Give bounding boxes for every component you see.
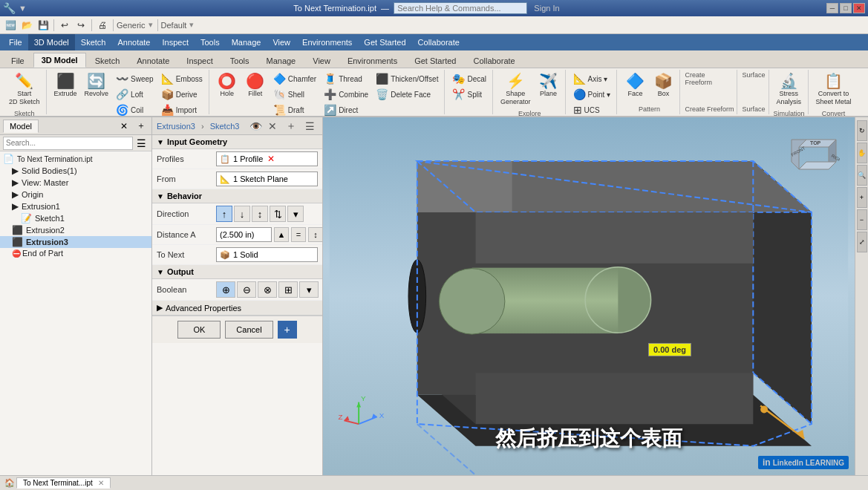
close-button[interactable]: ✕ — [853, 3, 865, 13]
menu-collaborate[interactable]: Collaborate — [412, 34, 466, 50]
sign-in-button[interactable]: Sign In — [534, 4, 559, 13]
save-button[interactable]: 💾 — [36, 18, 50, 33]
open-button[interactable]: 📂 — [19, 18, 34, 33]
menu-3dmodel[interactable]: 3D Model — [28, 34, 75, 50]
draft-button[interactable]: 📜Draft — [270, 102, 319, 116]
axis-button[interactable]: 📐Axis ▾ — [570, 71, 614, 86]
hole-button[interactable]: ⭕ Hole — [214, 71, 241, 100]
sweep-button[interactable]: 〰️Sweep — [113, 71, 157, 86]
convert-sheet-metal-button[interactable]: 📋 Convert toSheet Metal — [813, 71, 855, 108]
tab-3dmodel[interactable]: 3D Model — [33, 53, 86, 68]
3d-viewport[interactable]: X Y Z 0.00 deg TOP FRONT RI — [323, 117, 855, 475]
tree-settings-icon[interactable]: ☰ — [134, 137, 149, 149]
tab-model[interactable]: Model — [3, 120, 39, 133]
tab-environments[interactable]: Environments — [339, 53, 405, 68]
tree-item-extrusion2[interactable]: ⬛ Extrusion2 — [0, 224, 151, 236]
chamfer-button[interactable]: 🔷Chamfer — [270, 71, 319, 86]
home-button[interactable]: 🏠 — [4, 478, 15, 488]
fillet-button[interactable]: 🔴 Fillet — [242, 71, 269, 100]
print-button[interactable]: 🖨 — [95, 18, 110, 33]
tree-search-input[interactable] — [3, 137, 133, 150]
tab-manage[interactable]: Manage — [258, 53, 304, 68]
direction-btn-4[interactable]: ⇅ — [270, 206, 286, 222]
tree-item-view-master[interactable]: ▶ View: Master — [0, 177, 151, 189]
deleteface-button[interactable]: 🗑️Delete Face — [373, 87, 441, 102]
model-panel-close[interactable]: ✕ — [116, 120, 132, 133]
start-2d-sketch-button[interactable]: ✏️ Start2D Sketch — [6, 71, 43, 108]
stress-analysis-button[interactable]: 🔬 StressAnalysis — [774, 71, 805, 108]
redo-button[interactable]: ↪ — [74, 18, 88, 33]
from-input[interactable]: 📐 1 Sketch Plane — [216, 172, 318, 186]
cancel-button[interactable]: Cancel — [225, 321, 273, 339]
tree-item-extrusion1[interactable]: ▶ Extrusion1 — [0, 200, 151, 212]
nav-pan-button[interactable]: ✋ — [857, 143, 867, 163]
tab-getstarted[interactable]: Get Started — [406, 53, 464, 68]
boolean-cut-button[interactable]: ⊖ — [237, 281, 256, 298]
menu-getstarted[interactable]: Get Started — [358, 34, 411, 50]
bottom-tab-close[interactable]: ✕ — [98, 479, 104, 487]
loft-button[interactable]: 🔗Loft — [113, 87, 157, 102]
derive-button[interactable]: 📦Derive — [158, 87, 206, 102]
boolean-join-button[interactable]: ⊕ — [216, 281, 235, 298]
nav-fit-button[interactable]: ⤢ — [857, 232, 867, 252]
direction-btn-2[interactable]: ↓ — [234, 206, 250, 222]
point-button[interactable]: 🔵Point ▾ — [570, 87, 614, 102]
minimize-button[interactable]: ─ — [826, 3, 838, 13]
add-feature-button[interactable]: + — [278, 321, 297, 339]
tab-inspect[interactable]: Inspect — [178, 53, 221, 68]
tree-item-file[interactable]: 📄 To Next Termination.ipt — [0, 153, 151, 165]
boolean-dropdown[interactable]: ▾ — [299, 281, 319, 298]
props-close-button[interactable]: ✕ — [265, 119, 280, 134]
model-panel-add[interactable]: ＋ — [134, 118, 149, 134]
decal-button[interactable]: 🎭Decal — [449, 71, 489, 86]
menu-file[interactable]: File — [3, 34, 28, 50]
shell-button[interactable]: 🐚Shell — [270, 87, 319, 102]
breadcrumb-extrusion3[interactable]: Extrusion3 — [157, 122, 195, 131]
split-button[interactable]: ✂️Split — [449, 87, 489, 102]
profiles-clear-button[interactable]: ✕ — [267, 154, 275, 164]
menu-manage[interactable]: Manage — [226, 34, 267, 50]
revolve-button[interactable]: 🔄 Revolve — [82, 71, 112, 100]
tree-item-solid-bodies[interactable]: ▶ Solid Bodies(1) — [0, 165, 151, 177]
search-input[interactable] — [394, 2, 527, 14]
direction-btn-1[interactable]: ↑ — [216, 206, 232, 222]
direction-btn-3[interactable]: ↕ — [252, 206, 268, 222]
extrude-button[interactable]: ⬛ Extrude — [51, 71, 80, 100]
maximize-button[interactable]: □ — [840, 3, 852, 13]
emboss-button[interactable]: 📐Emboss — [158, 71, 206, 86]
tree-item-extrusion3[interactable]: ⬛ Extrusion3 — [0, 236, 151, 248]
distance-a-up[interactable]: ▲ — [274, 227, 289, 242]
output-header[interactable]: ▼ Output — [152, 265, 322, 279]
distance-a-sym[interactable]: = — [291, 227, 306, 242]
plane-button[interactable]: ✈️ Plane — [535, 71, 562, 100]
nav-zoomout-button[interactable]: − — [857, 209, 867, 230]
tab-collaborate[interactable]: Collaborate — [465, 53, 523, 68]
nav-orbit-button[interactable]: ↻ — [857, 120, 867, 141]
profiles-input[interactable]: 📋 1 Profile ✕ — [216, 151, 318, 166]
breadcrumb-sketch3[interactable]: Sketch3 — [210, 122, 240, 131]
tab-annotate[interactable]: Annotate — [128, 53, 177, 68]
tree-item-origin[interactable]: ▶ Origin — [0, 189, 151, 200]
props-menu-button[interactable]: ☰ — [302, 119, 318, 134]
tree-item-end-of-part[interactable]: ⛔ End of Part — [0, 248, 151, 258]
nav-zoomin-button[interactable]: + — [857, 187, 867, 208]
menu-environments[interactable]: Environments — [296, 34, 358, 50]
coil-button[interactable]: 🌀Coil — [113, 102, 157, 116]
direct-button[interactable]: ↗️Direct — [321, 102, 371, 116]
face-button[interactable]: 🔷 Face — [621, 71, 648, 100]
tab-sketch[interactable]: Sketch — [87, 53, 128, 68]
undo-button[interactable]: ↩ — [57, 18, 72, 33]
tree-item-sketch1[interactable]: 📝 Sketch1 — [0, 212, 151, 224]
tab-file[interactable]: File — [3, 53, 33, 68]
new-button[interactable]: 🆕 — [3, 18, 18, 33]
props-add-button[interactable]: ＋ — [283, 118, 299, 134]
menu-view[interactable]: View — [267, 34, 296, 50]
behavior-header[interactable]: ▼ Behavior — [152, 189, 322, 203]
menu-annotate[interactable]: Annotate — [111, 34, 156, 50]
advanced-properties-header[interactable]: ▶ Advanced Properties — [152, 301, 322, 316]
shape-generator-button[interactable]: ⚡ ShapeGenerator — [497, 71, 534, 108]
view-cube[interactable]: TOP FRONT RIGHT — [788, 128, 840, 180]
distance-a-clamp[interactable]: ↕ — [308, 227, 323, 242]
ok-button[interactable]: OK — [177, 321, 221, 339]
thicken-button[interactable]: ⬛Thicken/Offset — [373, 71, 441, 86]
